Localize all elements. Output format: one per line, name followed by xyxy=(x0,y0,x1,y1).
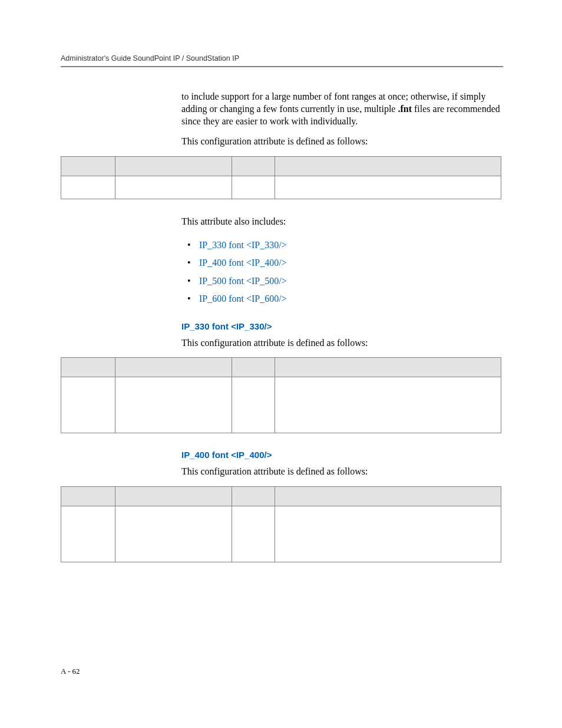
table-cell xyxy=(275,377,501,433)
ip400-config-line: This configuration attribute is defined … xyxy=(181,466,503,478)
intro-text-bold: .fnt xyxy=(398,104,412,114)
table-cell xyxy=(61,506,115,562)
table-header-row xyxy=(61,487,501,506)
heading-ip330: IP_330 font <IP_330/> xyxy=(181,321,503,331)
attribute-table-3 xyxy=(61,486,501,562)
link-ip600[interactable]: IP_600 font <IP_600/> xyxy=(199,294,287,304)
table-header-cell xyxy=(115,487,232,506)
table-header-row xyxy=(61,157,501,176)
includes-intro: This attribute also includes: xyxy=(181,216,503,228)
intro-config-line: This configuration attribute is defined … xyxy=(181,136,503,148)
table-row xyxy=(61,176,501,199)
table-header-cell xyxy=(115,358,232,377)
table-header-cell xyxy=(232,487,275,506)
attribute-table-1 xyxy=(61,156,501,199)
table-cell xyxy=(115,506,232,562)
table-header-cell xyxy=(275,358,501,377)
includes-block: This attribute also includes: IP_330 fon… xyxy=(181,216,503,349)
ip330-config-line: This configuration attribute is defined … xyxy=(181,337,503,350)
table-cell xyxy=(275,176,501,199)
table-header-cell xyxy=(61,157,115,176)
table-header-cell xyxy=(115,157,232,176)
table-cell xyxy=(232,176,275,199)
page-number: A - 62 xyxy=(61,667,80,676)
document-page: Administrator's Guide SoundPoint IP / So… xyxy=(0,0,562,728)
link-ip330[interactable]: IP_330 font <IP_330/> xyxy=(199,240,287,250)
list-item: IP_600 font <IP_600/> xyxy=(192,290,503,308)
link-ip400[interactable]: IP_400 font <IP_400/> xyxy=(199,258,287,268)
table-cell xyxy=(115,377,232,433)
running-header: Administrator's Guide SoundPoint IP / So… xyxy=(61,54,503,62)
heading-ip400: IP_400 font <IP_400/> xyxy=(181,450,503,460)
header-rule xyxy=(61,66,503,67)
table-row xyxy=(61,506,501,562)
table-header-cell xyxy=(61,358,115,377)
table-cell xyxy=(61,377,115,433)
table-cell xyxy=(61,176,115,199)
table-cell xyxy=(115,176,232,199)
list-item: IP_330 font <IP_330/> xyxy=(192,236,503,254)
list-item: IP_400 font <IP_400/> xyxy=(192,254,503,272)
table-cell xyxy=(232,506,275,562)
table-header-row xyxy=(61,358,501,377)
ip400-block: IP_400 font <IP_400/> This configuration… xyxy=(181,450,503,478)
table-header-cell xyxy=(275,487,501,506)
table-header-cell xyxy=(275,157,501,176)
list-item: IP_500 font <IP_500/> xyxy=(192,272,503,290)
table-header-cell xyxy=(232,358,275,377)
table-row xyxy=(61,377,501,433)
table-cell xyxy=(275,506,501,562)
table-cell xyxy=(232,377,275,433)
intro-paragraph: to include support for a large number of… xyxy=(181,91,503,127)
intro-block: to include support for a large number of… xyxy=(181,91,503,148)
table-header-cell xyxy=(61,487,115,506)
table-header-cell xyxy=(232,157,275,176)
link-ip500[interactable]: IP_500 font <IP_500/> xyxy=(199,276,287,286)
attribute-table-2 xyxy=(61,357,501,433)
includes-list: IP_330 font <IP_330/> IP_400 font <IP_40… xyxy=(192,236,503,308)
